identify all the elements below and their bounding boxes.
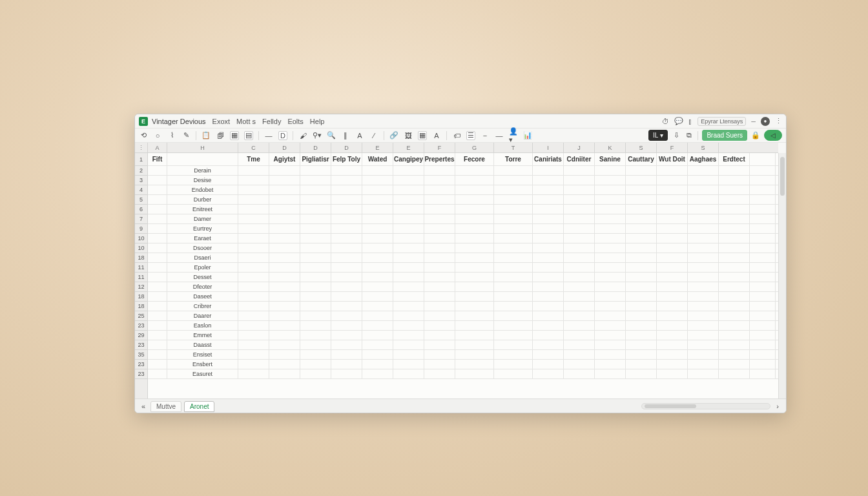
cell[interactable] xyxy=(533,224,564,233)
cell[interactable] xyxy=(393,205,424,214)
cell[interactable] xyxy=(362,311,393,320)
cell[interactable]: Dsooer xyxy=(167,243,238,253)
filter-icon[interactable]: ⫿ xyxy=(688,118,692,125)
cell[interactable] xyxy=(331,369,362,378)
cell[interactable] xyxy=(750,195,776,204)
divider-icon[interactable]: ‖ xyxy=(341,131,350,140)
cell[interactable] xyxy=(719,360,750,369)
cell[interactable] xyxy=(533,176,564,185)
row-header[interactable]: 6 xyxy=(135,205,147,214)
cell[interactable] xyxy=(238,263,269,272)
cell[interactable] xyxy=(688,282,719,291)
chevron-pill[interactable]: ◁ xyxy=(764,130,782,141)
cell[interactable]: Epoler xyxy=(167,263,238,272)
cell[interactable] xyxy=(455,311,494,320)
cell[interactable] xyxy=(238,205,269,214)
cell[interactable] xyxy=(393,273,424,282)
cell[interactable] xyxy=(533,185,564,194)
cell[interactable] xyxy=(455,350,494,359)
cell[interactable] xyxy=(533,331,564,340)
row-header[interactable]: 10 xyxy=(135,243,147,253)
cell[interactable] xyxy=(269,340,300,349)
cell[interactable] xyxy=(238,234,269,243)
cell[interactable] xyxy=(719,369,750,378)
cell[interactable] xyxy=(719,292,750,301)
sheet-tab-0[interactable]: Muttve xyxy=(150,401,181,412)
italic-icon[interactable]: ∕ xyxy=(369,131,378,140)
column-header[interactable]: D xyxy=(300,143,331,152)
cell[interactable] xyxy=(331,340,362,349)
cell[interactable] xyxy=(331,263,362,272)
cell[interactable] xyxy=(331,243,362,253)
cell[interactable] xyxy=(750,331,776,340)
cell[interactable]: Wut Doit xyxy=(657,153,688,165)
cell[interactable] xyxy=(424,282,455,291)
cell[interactable] xyxy=(455,243,494,253)
cell[interactable] xyxy=(688,340,719,349)
cell[interactable] xyxy=(148,302,167,311)
cell[interactable] xyxy=(750,350,776,359)
cell[interactable] xyxy=(300,224,331,233)
cell[interactable] xyxy=(331,302,362,311)
cell[interactable] xyxy=(657,253,688,262)
sheet-tab-1[interactable]: Aronet xyxy=(184,401,214,412)
cell[interactable] xyxy=(362,273,393,282)
cell[interactable] xyxy=(533,273,564,282)
cell[interactable] xyxy=(688,321,719,330)
cell[interactable] xyxy=(626,292,657,301)
row-header[interactable]: 4 xyxy=(135,185,147,195)
cell[interactable] xyxy=(331,292,362,301)
cell[interactable] xyxy=(269,350,300,359)
cell[interactable] xyxy=(595,214,626,223)
cell[interactable] xyxy=(455,195,494,204)
column-header[interactable]: F xyxy=(657,143,688,152)
cell[interactable] xyxy=(238,292,269,301)
cell[interactable] xyxy=(719,176,750,185)
cell[interactable] xyxy=(626,214,657,223)
cell[interactable] xyxy=(300,350,331,359)
cell[interactable] xyxy=(657,224,688,233)
cell[interactable] xyxy=(494,253,533,262)
cell[interactable] xyxy=(424,214,455,223)
column-header[interactable]: S xyxy=(626,143,657,152)
cell[interactable] xyxy=(688,243,719,253)
cell[interactable] xyxy=(331,195,362,204)
cell[interactable]: Desise xyxy=(167,176,238,185)
undo-icon[interactable]: ⟲ xyxy=(139,131,148,140)
cell[interactable] xyxy=(494,243,533,253)
cell[interactable] xyxy=(533,263,564,272)
vertical-scrollbar[interactable] xyxy=(778,153,786,398)
tag-icon[interactable]: 🏷 xyxy=(452,131,461,140)
cell[interactable] xyxy=(564,195,595,204)
cell[interactable] xyxy=(238,369,269,378)
cell[interactable] xyxy=(719,273,750,282)
lock-icon[interactable]: 🔒 xyxy=(751,131,760,140)
cell[interactable] xyxy=(300,311,331,320)
cell[interactable] xyxy=(424,166,455,175)
cell[interactable] xyxy=(455,369,494,378)
cell[interactable] xyxy=(300,253,331,262)
cell[interactable] xyxy=(300,369,331,378)
cell[interactable] xyxy=(362,224,393,233)
cell[interactable] xyxy=(719,185,750,194)
cell[interactable] xyxy=(238,331,269,340)
cell[interactable] xyxy=(688,263,719,272)
search-icon[interactable]: 🔍 xyxy=(327,131,336,140)
cell[interactable] xyxy=(494,292,533,301)
cell[interactable] xyxy=(750,340,776,349)
cell[interactable] xyxy=(269,253,300,262)
cell[interactable] xyxy=(657,214,688,223)
cell[interactable] xyxy=(750,224,776,233)
cell[interactable] xyxy=(269,369,300,378)
column-header[interactable]: S xyxy=(688,143,719,152)
cell[interactable] xyxy=(300,360,331,369)
cell[interactable] xyxy=(300,273,331,282)
cell[interactable] xyxy=(595,331,626,340)
cell[interactable] xyxy=(564,224,595,233)
column-header[interactable]: E xyxy=(393,143,424,152)
cell[interactable] xyxy=(533,369,564,378)
cell[interactable] xyxy=(424,243,455,253)
cell[interactable] xyxy=(269,205,300,214)
cell[interactable]: Easuret xyxy=(167,369,238,378)
cell[interactable] xyxy=(750,185,776,194)
